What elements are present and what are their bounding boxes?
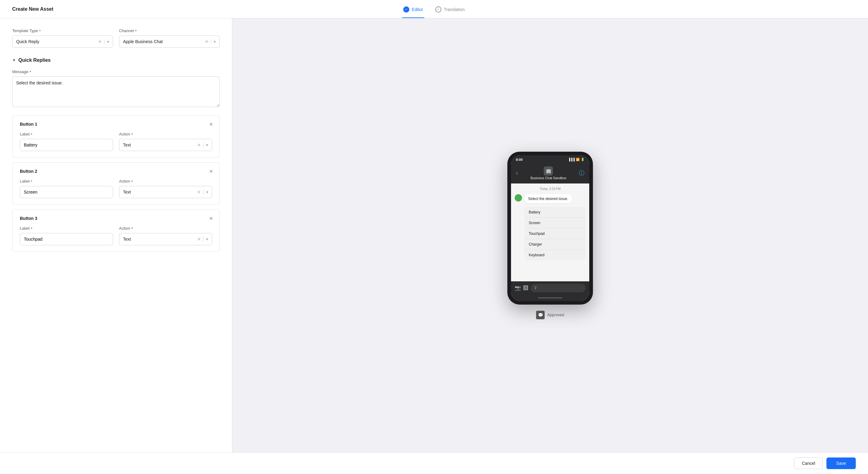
close-button-3[interactable]: ✕ [207, 215, 215, 222]
page-title: Create New Asset [12, 6, 54, 12]
message-textarea[interactable]: Select the desired issue. [12, 77, 220, 107]
close-button-1[interactable]: ✕ [207, 120, 215, 128]
button-2-title: Button 2 [20, 169, 212, 174]
tab-translation[interactable]: ✓ Translation [434, 6, 466, 18]
phone-mockup: 8:00 ▐▐▐ 📶 🔋 ‹ 🏢 Business Chat Sandbox [507, 152, 593, 304]
section-chevron-icon: ▼ [12, 58, 16, 62]
button-1-title: Button 1 [20, 122, 212, 127]
chat-avatar [515, 194, 522, 202]
clear-action-2-icon[interactable]: ✕ [197, 189, 201, 195]
camera-icon[interactable]: 📷 [515, 285, 521, 291]
app-header: Create New Asset ✓ Editor ✓ Translation [0, 0, 868, 18]
footer: Cancel Save [0, 452, 868, 474]
button-3-title: Button 3 [20, 216, 212, 221]
message-label: Message • [12, 69, 220, 74]
info-icon[interactable]: ⓘ [579, 170, 584, 177]
required-indicator-channel: • [135, 28, 136, 33]
chevron-down-channel-icon: ▾ [214, 39, 216, 44]
wifi-icon: 📶 [576, 158, 580, 161]
chevron-action-1-icon: ▾ [206, 143, 208, 147]
tab-editor[interactable]: ✓ Editor [402, 6, 424, 18]
button-3-label-field: Label • [20, 226, 113, 245]
message-group: Message • Select the desired issue. [12, 69, 220, 108]
clear-action-1-icon[interactable]: ✕ [197, 143, 201, 147]
chat-header-center: 🏢 Business Chat Sandbox [531, 166, 566, 180]
home-bar [538, 297, 562, 298]
button-3-action-select[interactable]: Text ✕ ▾ [119, 233, 212, 245]
apps-icon[interactable]: 🅰 [523, 285, 528, 291]
button-1-action-select[interactable]: Text ✕ ▾ [119, 139, 212, 151]
select-divider [104, 39, 104, 44]
chat-input-bar: 📷 🅰 🎙 [511, 282, 589, 295]
right-panel: 8:00 ▐▐▐ 📶 🔋 ‹ 🏢 Business Chat Sandbox [232, 18, 868, 452]
button-1-label-input[interactable] [20, 139, 113, 151]
required-indicator: • [39, 28, 41, 33]
tab-translation-label: Translation [444, 7, 465, 12]
phone-home-indicator [511, 295, 589, 301]
chat-name: Business Chat Sandbox [531, 176, 566, 180]
status-time: 8:00 [516, 158, 523, 161]
section-header[interactable]: ▼ Quick Replies [12, 58, 220, 63]
clear-action-3-icon[interactable]: ✕ [197, 237, 201, 242]
section-title: Quick Replies [18, 58, 51, 63]
quick-reply-screen[interactable]: Screen [524, 218, 586, 229]
channel-label: Channel • [119, 28, 220, 33]
mic-icon: 🎙 [534, 286, 538, 291]
button-2-label-field: Label • [20, 179, 113, 198]
channel-select[interactable]: Apple Business Chat ✕ ▾ [119, 35, 220, 48]
button-1-label-field: Label • [20, 131, 113, 151]
button-2-action-field: Action • Text ✕ ▾ [119, 179, 212, 198]
chevron-down-icon: ▾ [107, 39, 109, 44]
chat-body: Today, 3:33 PM Select the desired issue.… [511, 183, 589, 282]
button-3-action-field: Action • Text ✕ ▾ [119, 226, 212, 245]
approved-icon: 💬 [536, 311, 545, 319]
status-icons: ▐▐▐ 📶 🔋 [568, 158, 584, 161]
approved-label: Approved [547, 313, 564, 317]
tab-editor-label: Editor [412, 7, 423, 12]
chevron-action-2-icon: ▾ [206, 189, 208, 195]
chat-header: ‹ 🏢 Business Chat Sandbox ⓘ [511, 164, 589, 183]
button-card-2: Button 2 ✕ Label • Action • [12, 162, 220, 205]
button-2-label-input[interactable] [20, 186, 113, 198]
chat-timestamp: Today, 3:33 PM [515, 187, 586, 190]
channel-group: Channel • Apple Business Chat ✕ ▾ [119, 28, 220, 48]
button-1-action-field: Action • Text ✕ ▾ [119, 131, 212, 151]
quick-reply-touchpad[interactable]: Touchpad [524, 229, 586, 239]
button-2-action-select[interactable]: Text ✕ ▾ [119, 186, 212, 198]
quick-reply-battery[interactable]: Battery [524, 207, 586, 218]
quick-reply-keyboard[interactable]: Keyboard [524, 250, 586, 260]
signal-icon: ▐▐▐ [568, 158, 575, 161]
chat-input-field[interactable]: 🎙 [531, 284, 586, 292]
translation-tab-icon: ✓ [435, 6, 441, 12]
chat-message-row: Select the desired issue. [515, 194, 586, 203]
chat-bubble: Select the desired issue. [524, 194, 572, 203]
chat-logo-icon: 🏢 [544, 166, 553, 176]
back-arrow-icon[interactable]: ‹ [516, 170, 518, 176]
button-card-1: Button 1 ✕ Label • Action • [12, 115, 220, 157]
close-button-2[interactable]: ✕ [207, 168, 215, 175]
clear-channel-icon[interactable]: ✕ [205, 39, 209, 44]
header-tabs: ✓ Editor ✓ Translation [402, 3, 466, 15]
select-divider-ch [211, 39, 211, 44]
main-content: Template Type • Quick Reply ✕ ▾ [0, 18, 868, 452]
left-panel: Template Type • Quick Reply ✕ ▾ [0, 18, 232, 452]
editor-tab-icon: ✓ [403, 6, 409, 12]
template-type-group: Template Type • Quick Reply ✕ ▾ [12, 28, 113, 48]
chevron-action-3-icon: ▾ [206, 237, 208, 242]
required-indicator-msg: • [30, 69, 31, 74]
clear-template-type-icon[interactable]: ✕ [98, 39, 102, 44]
top-form-row: Template Type • Quick Reply ✕ ▾ [12, 28, 220, 48]
template-type-label: Template Type • [12, 28, 113, 33]
button-card-3: Button 3 ✕ Label • Action • [12, 209, 220, 252]
battery-icon: 🔋 [581, 158, 584, 161]
button-3-label-input[interactable] [20, 233, 113, 245]
phone-screen: 8:00 ▐▐▐ 📶 🔋 ‹ 🏢 Business Chat Sandbox [511, 155, 589, 301]
quick-reply-list: Battery Screen Touchpad Charger Keyboard [524, 207, 586, 260]
phone-status-bar: 8:00 ▐▐▐ 📶 🔋 [511, 155, 589, 164]
quick-reply-charger[interactable]: Charger [524, 239, 586, 250]
approved-badge: 💬 Approved [536, 311, 564, 319]
save-button[interactable]: Save [827, 457, 856, 469]
cancel-button[interactable]: Cancel [794, 457, 823, 469]
template-type-select[interactable]: Quick Reply ✕ ▾ [12, 35, 113, 48]
